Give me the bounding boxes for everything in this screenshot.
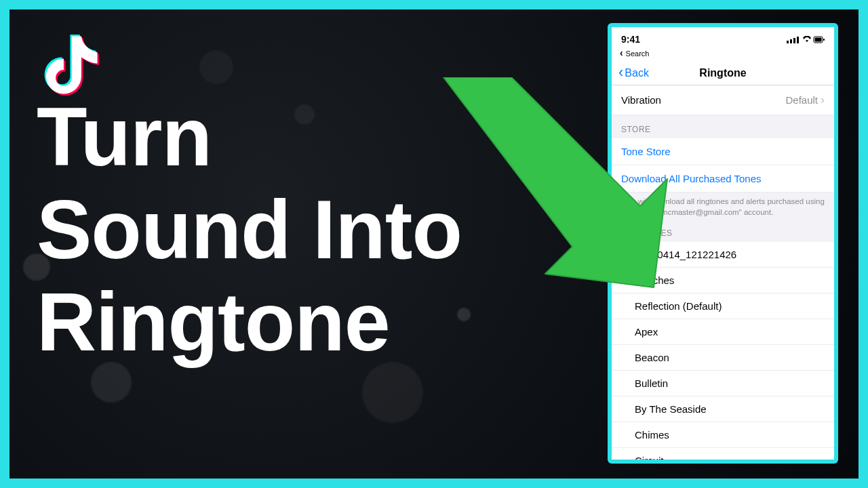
ringtone-label: Bulletin: [635, 378, 668, 389]
ringtone-row[interactable]: Chimes: [612, 422, 834, 448]
ringtone-row[interactable]: Bulletin: [612, 371, 834, 396]
vibration-value: Default: [785, 94, 818, 106]
ringtone-row[interactable]: 20210414_121221426: [612, 242, 834, 268]
tone-store-link[interactable]: Tone Store: [612, 138, 834, 165]
ringtone-label: Apex: [635, 326, 658, 338]
chevron-right-icon: ›: [821, 93, 825, 107]
svg-rect-2: [793, 38, 795, 43]
status-bar: 9:41: [612, 27, 834, 47]
back-button-label: Back: [625, 67, 649, 79]
ringtone-label: Peaches: [635, 274, 674, 286]
bokeh-dot: [362, 362, 423, 423]
vibration-label: Vibration: [621, 94, 661, 106]
svg-rect-3: [797, 37, 799, 43]
vibration-value-wrap: Default ›: [785, 93, 825, 107]
ringtone-label: Chimes: [635, 429, 669, 441]
tone-store-label: Tone Store: [621, 146, 671, 157]
svg-rect-0: [787, 41, 789, 43]
ringtone-row[interactable]: Circuit: [612, 448, 834, 464]
ringtone-label: By The Seaside: [635, 403, 707, 415]
ringtones-header: RINGTONES: [612, 219, 834, 242]
download-all-label: Download All Purchased Tones: [621, 173, 762, 184]
ringtone-row[interactable]: Apex: [612, 319, 834, 345]
status-time: 9:41: [621, 34, 640, 45]
phone-mockup: 9:41: [608, 23, 838, 464]
thumbnail-frame: Turn Sound Into Ringtone 9:41: [0, 0, 868, 488]
download-all-link[interactable]: Download All Purchased Tones: [612, 165, 834, 192]
ringtone-label: Beacon: [635, 352, 669, 363]
ringtone-label: Circuit: [635, 455, 664, 464]
ringtone-label: 20210414_121221426: [635, 249, 736, 260]
ringtone-row[interactable]: Beacon: [612, 345, 834, 371]
svg-rect-5: [815, 38, 822, 42]
breadcrumb-search-label: Search: [626, 49, 650, 58]
nav-title: Ringtone: [699, 67, 746, 79]
vibration-row[interactable]: Vibration Default ›: [612, 85, 834, 115]
status-indicators: [787, 34, 825, 45]
ringtone-label: Reflection (Default): [635, 300, 722, 312]
headline-text: Turn Sound Into Ringtone: [37, 91, 462, 369]
svg-rect-1: [790, 39, 792, 43]
ringtone-row[interactable]: By The Seaside: [612, 396, 834, 422]
store-header: STORE: [612, 115, 834, 138]
svg-rect-6: [823, 39, 825, 41]
nav-bar: ‹ Back Ringtone: [612, 61, 834, 85]
bokeh-dot: [199, 50, 233, 84]
breadcrumb-search[interactable]: Search: [612, 47, 834, 61]
download-note: This will download all ringtones and ale…: [612, 192, 834, 219]
ringtone-row[interactable]: Reflection (Default): [612, 293, 834, 319]
ringtone-row[interactable]: Peaches: [612, 268, 834, 293]
back-button[interactable]: ‹ Back: [618, 67, 649, 79]
thumbnail-canvas: Turn Sound Into Ringtone 9:41: [9, 9, 859, 479]
settings-list: Vibration Default › STORE Tone Store Dow…: [612, 85, 834, 464]
